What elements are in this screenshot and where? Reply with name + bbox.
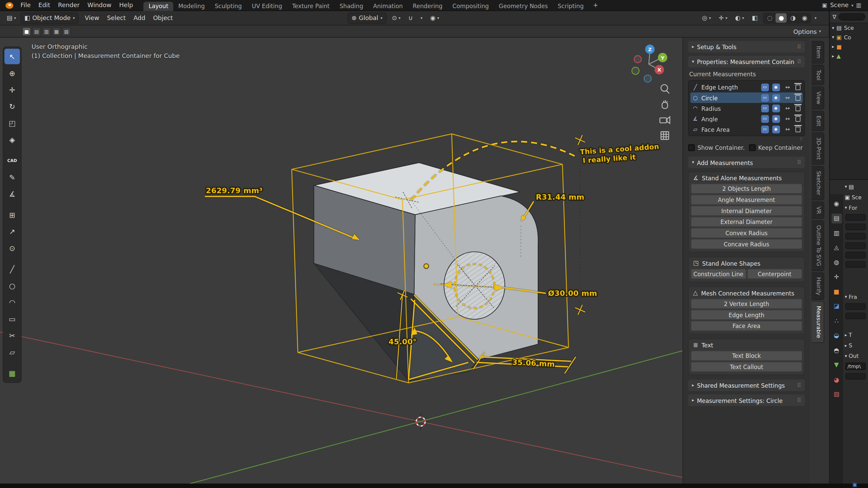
axis-minus-z-ball[interactable] (644, 75, 651, 82)
properties-tab-scene[interactable]: ◬ (831, 243, 842, 252)
snap-settings-button[interactable]: ▾ (418, 13, 425, 24)
measurement-row-edge-length[interactable]: ╱ Edge Length ▭ ◉ ↔ (690, 82, 803, 93)
outliner-row-sce[interactable]: ▾ ▤ Sce (830, 23, 868, 33)
subpanel-header[interactable]: ≣ Text (689, 339, 804, 351)
drag-grip-icon[interactable]: ⠿ (797, 397, 801, 403)
workspace-tab-uv-editing[interactable]: UV Editing (247, 1, 287, 11)
sidebar-tab-view[interactable]: View (811, 86, 824, 109)
measured-object[interactable] (314, 163, 538, 381)
measurement-row-angle[interactable]: ∡ Angle ▭ ◉ ↔ (690, 114, 803, 124)
tool-arc[interactable]: ◠ (4, 294, 20, 310)
pan-button[interactable] (662, 100, 668, 108)
options-dropdown[interactable]: Options ▾ (793, 27, 821, 36)
workspace-tab-geometry-nodes[interactable]: Geometry Nodes (494, 1, 553, 11)
sidebar-tab-item[interactable]: Item (811, 41, 824, 64)
workspace-tab-animation[interactable]: Animation (368, 1, 408, 11)
delete-measurement-icon[interactable] (795, 84, 801, 90)
expand-icon[interactable]: ▸ (832, 44, 834, 49)
object-visibility-button[interactable]: ◎ ▾ (700, 13, 713, 24)
topbar-menu-file[interactable]: File (17, 0, 35, 11)
expand-icon[interactable]: ▾ (832, 35, 834, 40)
tool-cursor[interactable]: ⊕ (4, 65, 20, 81)
render-visibility-toggle[interactable]: ◉ (772, 125, 780, 133)
axis-plus-y-ball[interactable]: Y (658, 53, 667, 62)
operator-button-text-callout[interactable]: Text Callout (691, 362, 802, 372)
properties-tab-world[interactable]: ◍ (831, 257, 842, 267)
viewport-3d[interactable]: 2629.79 mm³ R31.44 mm Ø30.00 mm 45.00° 3… (0, 38, 683, 484)
outliner-search-input[interactable] (839, 13, 865, 20)
operator-button-2-objects-length[interactable]: 2 Objects Length (691, 184, 802, 194)
output-path-field[interactable]: /tmp\ (845, 362, 866, 370)
operator-button-2-vertex-length[interactable]: 2 Vertex Length (691, 299, 802, 309)
operator-button-construction-line[interactable]: Construction Line (691, 269, 746, 279)
panel-measurement-settings[interactable]: ▸ Measurement Settings: Circle ⠿ (688, 394, 805, 406)
properties-tab-object[interactable]: ■ (831, 287, 842, 297)
operator-button-internal-diameter[interactable]: Internal Diameter (691, 206, 802, 216)
panel-stereoscopy[interactable]: ▸ S (845, 341, 866, 349)
field[interactable] (845, 252, 866, 259)
viewport-menu-select[interactable]: Select (103, 14, 130, 21)
outliner-row[interactable]: ▸ ■ (830, 42, 868, 52)
render-visibility-toggle[interactable]: ◉ (772, 104, 780, 112)
tool-circle[interactable]: ○ (4, 278, 20, 293)
viewport-3d-canvas[interactable]: 2629.79 mm³ R31.44 mm Ø30.00 mm 45.00° 3… (0, 38, 683, 484)
tool-move[interactable]: ✛ (4, 82, 20, 98)
axis-plus-z-ball[interactable]: Z (645, 44, 655, 54)
sidebar-tab-edit[interactable]: Edit (811, 110, 824, 131)
snap-toggle-button[interactable]: ∪ (406, 13, 415, 24)
zoom-button[interactable] (661, 85, 669, 94)
tool-point[interactable]: ⊙ (4, 240, 20, 256)
panel-format[interactable]: ▾ For (845, 204, 866, 212)
workspace-tab-scripting[interactable]: Scripting (553, 1, 589, 11)
tool-trim[interactable]: ✂ (4, 328, 20, 343)
viewport-visibility-toggle[interactable]: ▭ (761, 83, 769, 91)
orientation-dropdown[interactable]: ⊕ Global ▾ (348, 13, 386, 24)
panel-setup-tools[interactable]: ▸ Setup & Tools ⠿ (688, 41, 805, 53)
sidebar-tab-tool[interactable]: Tool (811, 65, 824, 85)
viewport-visibility-toggle[interactable]: ▭ (761, 115, 769, 123)
expand-icon[interactable]: ▸ (832, 54, 834, 59)
shading-options-chevron[interactable]: ▾ (814, 16, 816, 20)
field[interactable] (845, 373, 866, 380)
delete-measurement-icon[interactable] (795, 116, 801, 121)
operator-button-angle-measurement[interactable]: Angle Measurement (691, 195, 802, 205)
properties-tab-particles[interactable]: ∴ (831, 316, 842, 326)
workspace-tab-shading[interactable]: Shading (335, 1, 368, 11)
subpanel-header[interactable]: ◳ Stand Alone Shapes (689, 257, 804, 269)
tool-rotate[interactable]: ↻ (4, 99, 20, 114)
dimension-style-icon[interactable]: ↔ (785, 126, 790, 132)
add-workspace-button[interactable]: + (589, 2, 603, 9)
workspace-tab-compositing[interactable]: Compositing (448, 1, 494, 11)
drag-grip-icon[interactable]: ⠿ (797, 159, 801, 165)
tool-line[interactable]: ╱ (4, 261, 20, 277)
list-resize-grip[interactable]: ⠿ (688, 137, 803, 142)
scene-selector[interactable]: ▣ Scene ▾ ▥ (822, 2, 868, 9)
workspace-tab-modeling[interactable]: Modeling (173, 1, 210, 11)
gizmos-button[interactable]: ✛ ▾ (716, 13, 730, 24)
editor-type-button[interactable]: ▤ ▾ (4, 13, 18, 24)
show-container-checkbox[interactable]: Show Container... (688, 144, 744, 151)
select-mode-extend[interactable]: ▤ (32, 27, 41, 36)
field[interactable] (845, 242, 866, 249)
camera-view-button[interactable] (660, 117, 670, 123)
topbar-menu-window[interactable]: Window (83, 0, 115, 11)
tool-polygon[interactable]: ▱ (4, 344, 20, 360)
overlays-button[interactable]: ◐ ▾ (733, 13, 746, 24)
tool-transform[interactable]: ◈ (4, 132, 20, 147)
properties-tab-render[interactable]: ◉ (831, 199, 842, 208)
properties-tab-physics[interactable]: ◒ (831, 331, 842, 341)
workspace-tab-sculpting[interactable]: Sculpting (210, 1, 246, 11)
properties-tab-output[interactable]: ▤ (831, 213, 842, 223)
properties-tab-data[interactable]: ▼ (831, 360, 842, 370)
field[interactable] (845, 261, 866, 268)
viewport-visibility-toggle[interactable]: ▭ (761, 94, 769, 102)
tool-extrude[interactable]: ↗ (4, 224, 20, 239)
operator-button-external-diameter[interactable]: External Diameter (691, 217, 802, 227)
properties-tab-constraints[interactable]: ◓ (831, 345, 842, 355)
dimension-style-icon[interactable]: ↔ (785, 116, 790, 122)
dimension-style-icon[interactable]: ↔ (785, 84, 790, 90)
delete-measurement-icon[interactable] (795, 105, 801, 111)
sidebar-tab-vr[interactable]: VR (811, 201, 824, 219)
viewport-visibility-toggle[interactable]: ▭ (761, 104, 769, 112)
select-mode-intersect[interactable]: ▧ (62, 27, 71, 36)
